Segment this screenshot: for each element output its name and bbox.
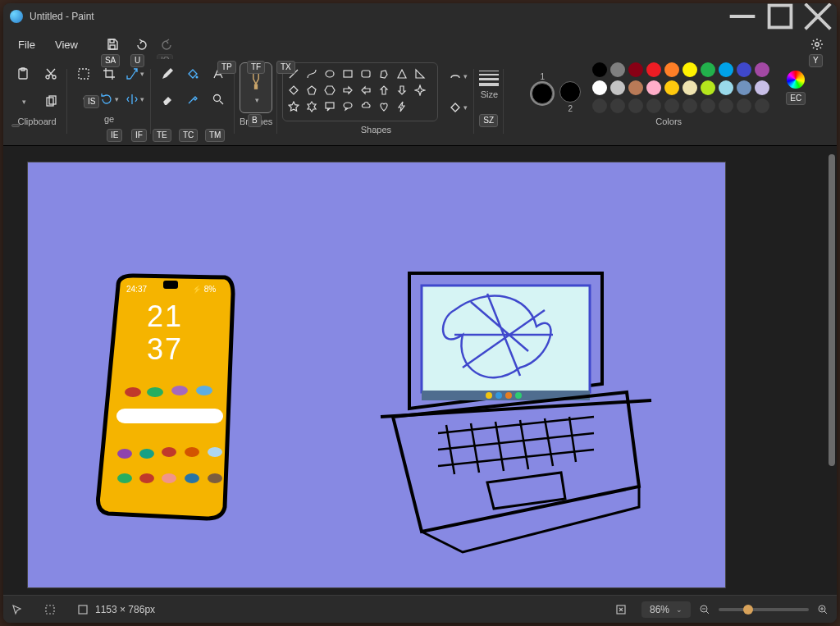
scrollbar-thumb[interactable] — [829, 154, 835, 466]
palette-swatch[interactable] — [737, 62, 751, 77]
palette-swatch[interactable] — [719, 62, 733, 77]
zoom-in-button[interactable] — [817, 604, 829, 615]
svg-point-21 — [344, 103, 352, 108]
keytip-te: TE — [153, 129, 171, 142]
copy-button[interactable] — [39, 90, 62, 113]
group-label-image: ge — [104, 114, 114, 127]
palette-swatch[interactable] — [610, 62, 625, 77]
menu-view[interactable]: View — [47, 34, 86, 56]
gear-icon — [810, 38, 824, 51]
svg-point-38 — [117, 473, 132, 483]
maximize-button[interactable] — [761, 3, 799, 30]
undo-button[interactable]: U — [127, 31, 153, 57]
zoom-dropdown[interactable]: 86% ⌄ — [641, 601, 691, 618]
arrow-u-icon — [378, 85, 390, 96]
zoom-slider-knob[interactable] — [743, 605, 753, 615]
crop-icon — [103, 67, 116, 80]
eraser-tool[interactable] — [156, 88, 179, 111]
curve-icon — [306, 68, 317, 80]
canvas-size-icon — [77, 604, 89, 615]
palette-swatch[interactable] — [610, 80, 625, 95]
polygon-icon — [378, 68, 390, 80]
palette-swatch[interactable] — [628, 62, 643, 77]
palette-swatch[interactable] — [664, 80, 679, 95]
shapes-gallery[interactable] — [282, 62, 438, 121]
save-button[interactable]: SA — [99, 31, 126, 57]
zoom-tool[interactable] — [207, 88, 230, 111]
svg-point-17 — [326, 71, 334, 77]
paste-button[interactable] — [11, 62, 34, 85]
group-size: SZ Size — [474, 61, 504, 145]
palette-swatch[interactable] — [737, 80, 751, 95]
star4-icon — [414, 85, 426, 96]
keytip-save: SA — [101, 54, 120, 67]
keytip-if: IF — [131, 129, 147, 142]
arrow-l-icon — [360, 85, 372, 96]
diamond-icon — [288, 85, 299, 96]
palette-swatch[interactable] — [646, 98, 661, 113]
group-colors: 1 2 EC Colors — [504, 61, 833, 145]
svg-rect-5 — [110, 45, 115, 49]
zoom-slider[interactable] — [719, 608, 809, 611]
keytip-is: IS — [84, 95, 99, 108]
palette-swatch[interactable] — [592, 62, 607, 77]
palette-swatch[interactable] — [664, 62, 679, 77]
shape-fill[interactable]: ▾ — [446, 96, 469, 119]
keytip-tx: TX — [276, 61, 295, 74]
palette-swatch[interactable] — [682, 98, 697, 113]
palette-swatch[interactable] — [664, 98, 679, 113]
pencil-tool[interactable] — [156, 62, 179, 85]
close-button[interactable] — [799, 3, 837, 30]
menu-file[interactable]: File — [10, 34, 43, 56]
arrow-r-icon — [342, 85, 354, 96]
palette-swatch[interactable] — [592, 80, 607, 95]
cut-button[interactable] — [39, 62, 62, 85]
paste-dropdown[interactable]: ▾ — [11, 90, 34, 113]
color2-swatch[interactable] — [559, 81, 581, 103]
fit-screen-button[interactable] — [615, 604, 627, 615]
heart-icon — [378, 101, 390, 112]
statusbar: 1153 × 786px 86% ⌄ — [3, 595, 837, 623]
palette-swatch[interactable] — [646, 62, 661, 77]
redo-button[interactable]: IO — [155, 31, 181, 57]
eraser-icon — [161, 93, 174, 106]
palette-swatch[interactable] — [628, 80, 643, 95]
edit-colors-button[interactable] — [787, 71, 805, 89]
fill-tool[interactable] — [181, 62, 204, 85]
size-button[interactable] — [479, 62, 499, 86]
palette-swatch[interactable] — [755, 80, 769, 95]
svg-rect-13 — [79, 69, 89, 79]
palette-swatch[interactable] — [646, 80, 661, 95]
flip-tool[interactable]: ▾ — [123, 88, 146, 111]
color1-swatch[interactable] — [532, 83, 553, 104]
color2-num: 2 — [568, 104, 573, 113]
shape-outline[interactable]: ▾ — [446, 65, 469, 88]
vertical-scrollbar[interactable] — [829, 149, 835, 593]
palette-swatch[interactable] — [755, 62, 769, 77]
selection-icon — [44, 604, 56, 615]
picker-tool[interactable] — [181, 88, 204, 111]
palette-swatch[interactable] — [701, 98, 715, 113]
minimize-button[interactable] — [724, 3, 761, 30]
palette-swatch[interactable] — [701, 80, 715, 95]
palette-swatch[interactable] — [592, 98, 607, 113]
zoom-out-button[interactable] — [699, 604, 710, 615]
palette-swatch[interactable] — [701, 62, 715, 77]
palette-swatch[interactable] — [682, 80, 697, 95]
rotate-tool[interactable]: ▾ — [98, 88, 121, 111]
select-tool[interactable] — [72, 62, 95, 85]
group-label-colors: Colors — [655, 117, 682, 130]
palette-swatch[interactable] — [719, 80, 733, 95]
canvas[interactable]: 24:37 ⚡ 8% 21 37 — [28, 162, 725, 587]
pencil-icon — [161, 67, 174, 80]
settings-button[interactable]: Y — [804, 31, 830, 57]
palette-swatch[interactable] — [755, 98, 769, 113]
palette-swatch[interactable] — [719, 98, 733, 113]
palette-swatch[interactable] — [628, 98, 643, 113]
palette-swatch[interactable] — [737, 98, 751, 113]
keytip-sz: SZ — [479, 114, 498, 127]
keytip-undo: U — [130, 54, 144, 67]
paint-window: Untitled - Paint File View SA U IO T — [3, 3, 837, 623]
palette-swatch[interactable] — [610, 98, 625, 113]
palette-swatch[interactable] — [682, 62, 697, 77]
